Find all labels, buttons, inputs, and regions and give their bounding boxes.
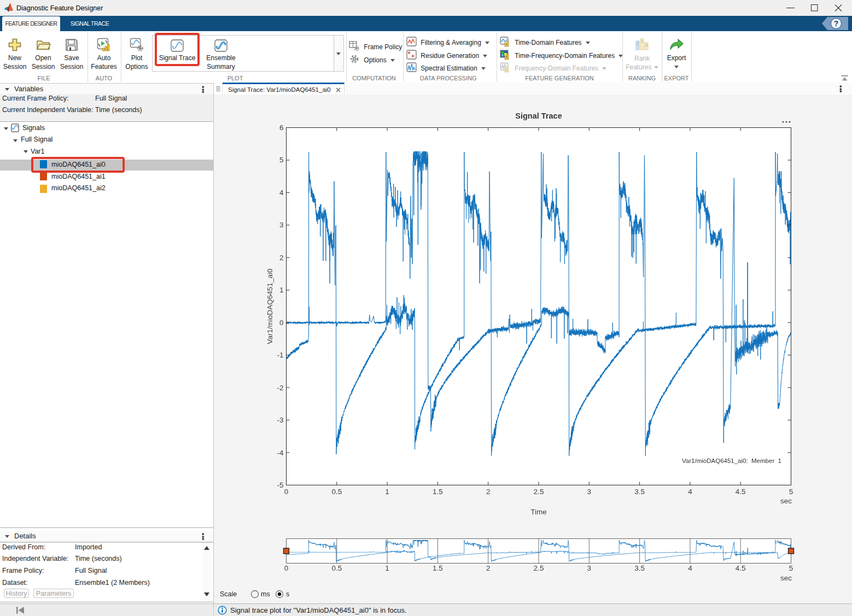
- svg-text:?: ?: [834, 19, 839, 28]
- svg-text:2: 2: [637, 42, 639, 45]
- svg-text:1: 1: [641, 39, 643, 43]
- svg-text:3: 3: [645, 43, 647, 47]
